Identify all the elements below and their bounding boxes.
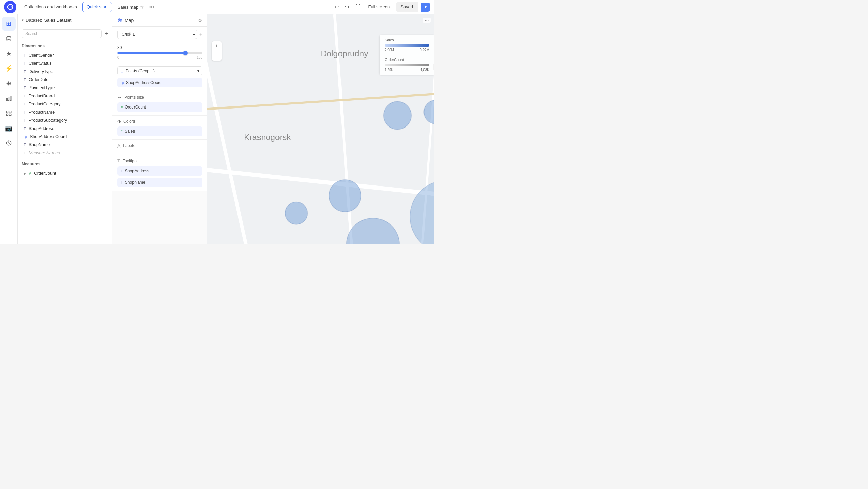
field-client-status[interactable]: T ClientStatus [22,59,108,67]
field-label: OrderDate [29,77,48,82]
field-shop-address-coord[interactable]: ◎ ShopAddressCoord [22,133,108,141]
field-label: ShopAddress [29,126,54,131]
text-icon: T [24,102,26,106]
nav-item-collections[interactable]: ★ [2,47,16,60]
nav-item-connections[interactable]: ⊕ [2,77,16,90]
fullscreen-toggle-button[interactable]: ⛶ [354,3,362,12]
saved-button[interactable]: Saved [396,2,418,12]
points-size-field[interactable]: # OrderCount [117,102,202,112]
points-size-header: ↔ Points size [117,95,202,100]
tab-collections[interactable]: Collections and workbooks [20,2,81,12]
nav-item-subscriptions[interactable] [2,136,16,150]
field-product-subcategory[interactable]: T ProductSubcategory [22,116,108,124]
undo-button[interactable]: ↩ [333,2,340,12]
colors-field[interactable]: # Sales [117,126,202,136]
text-icon: T [121,169,123,173]
field-order-date[interactable]: T OrderDate [22,76,108,84]
slider-labels: 0 100 [117,56,202,59]
viz-settings-icon[interactable]: ⚙ [198,18,202,23]
zoom-out-button[interactable]: − [212,51,222,61]
data-panel: ▾ Dataset: Sales Dataset + Dimensions T … [18,14,112,244]
labels-header: A Labels [117,143,202,149]
map-zoom-controls: + − [212,41,222,61]
geom-type-select[interactable]: ⊡ Points (Geop…) ▾ [117,66,202,75]
add-layer-button[interactable]: + [199,31,202,37]
svg-text:Dolgoprudny: Dolgoprudny [321,49,369,58]
svg-rect-3 [10,96,11,101]
text-icon: T [24,70,26,74]
topbar-right: ↩ ↪ ⛶ Full screen Saved ▾ [333,2,430,12]
nav-item-dashboards[interactable] [2,106,16,120]
field-label: ClientStatus [29,61,51,66]
text-icon: T [24,61,26,65]
labels-icon: A [117,143,120,149]
field-label: Measure Names [29,151,60,155]
viz-header: 🗺 Map ⚙ [112,14,207,27]
field-order-count[interactable]: ▶ # OrderCount [22,169,108,177]
dimensions-section: Dimensions T ClientGender T ClientStatus… [18,41,112,244]
field-shop-address[interactable]: T ShopAddress [22,124,108,133]
collapse-icon[interactable]: ▾ [22,18,24,22]
legend-sales-labels: 2,96M 9,22M [385,48,429,52]
dataset-header: ▾ Dataset: Sales Dataset [18,14,112,26]
field-payment-type[interactable]: T PaymentType [22,84,108,92]
more-options-icon[interactable]: ••• [149,4,154,10]
topbar: Collections and workbooks Quick start Sa… [0,0,434,14]
search-input[interactable] [22,29,102,38]
map-area[interactable]: Nakhabino Dolgoprudny Mytischi Krasnogor… [207,14,434,244]
tooltip-field-shop-name[interactable]: T ShopName [117,178,202,187]
viz-title: 🗺 Map [117,18,134,23]
add-field-button[interactable]: + [104,30,108,37]
geo-field-drop[interactable]: ◎ ShopAddressCoord [117,78,202,87]
nav-item-charts[interactable] [2,92,16,105]
legend-ordercount-title: OrderCount [385,58,429,62]
tooltips-header: T Tooltips [117,158,202,163]
app-logo[interactable] [4,1,16,13]
svg-rect-4 [6,111,8,113]
layer-select[interactable]: Слой 1 [117,30,197,39]
field-label: ProductName [29,110,55,115]
svg-point-47 [285,202,308,224]
palette-icon: ◑ [117,119,121,124]
tooltips-section: T Tooltips T ShopAddress T ShopName [112,155,207,191]
field-product-name[interactable]: T ProductName [22,108,108,116]
tooltip-field-shop-address[interactable]: T ShopAddress [117,166,202,176]
opacity-slider[interactable] [117,52,202,54]
field-label: PaymentType [29,85,55,90]
hash-icon: # [29,171,31,175]
points-size-section: ↔ Points size # OrderCount [112,91,207,116]
opacity-value: 80 [117,45,202,50]
legend-ordercount-gradient [385,64,429,66]
dataset-name[interactable]: Sales Dataset [44,18,71,23]
svg-text:Moscow: Moscow [293,241,337,244]
star-icon[interactable]: ☆ [140,4,144,10]
svg-rect-5 [9,111,11,113]
labels-section: A Labels [112,140,207,155]
text-icon: T [24,53,26,57]
field-client-gender[interactable]: T ClientGender [22,51,108,59]
saved-dropdown-button[interactable]: ▾ [421,3,430,12]
viz-panel: 🗺 Map ⚙ Слой 1 + 80 0 100 [112,14,207,244]
fullscreen-label[interactable]: Full screen [366,3,393,11]
nav-item-datasets[interactable] [2,32,16,45]
tab-salesmap[interactable]: Sales map ☆ [113,2,148,12]
legend-sales-gradient [385,44,429,47]
zoom-in-button[interactable]: + [212,41,222,51]
field-label: ShopAddressCoord [30,134,67,139]
field-shop-name[interactable]: T ShopName [22,141,108,149]
text-icon: T [24,126,26,131]
text-icon: T [24,143,26,147]
map-expand-button[interactable]: ••• [423,18,431,23]
field-product-category[interactable]: T ProductCategory [22,100,108,108]
field-measure-names[interactable]: T Measure Names [22,149,108,157]
field-delivery-type[interactable]: T DeliveryType [22,67,108,76]
redo-button[interactable]: ↪ [344,2,351,12]
nav-item-grid[interactable]: ⊞ [2,17,16,31]
nav-item-alerts[interactable]: ⚡ [2,62,16,75]
nav-item-reports[interactable]: 📷 [2,121,16,135]
text-icon: T [24,94,26,98]
tab-quickstart[interactable]: Quick start [82,2,112,12]
resize-icon: ↔ [117,95,122,100]
field-product-brand[interactable]: T ProductBrand [22,92,108,100]
svg-rect-7 [9,114,11,116]
